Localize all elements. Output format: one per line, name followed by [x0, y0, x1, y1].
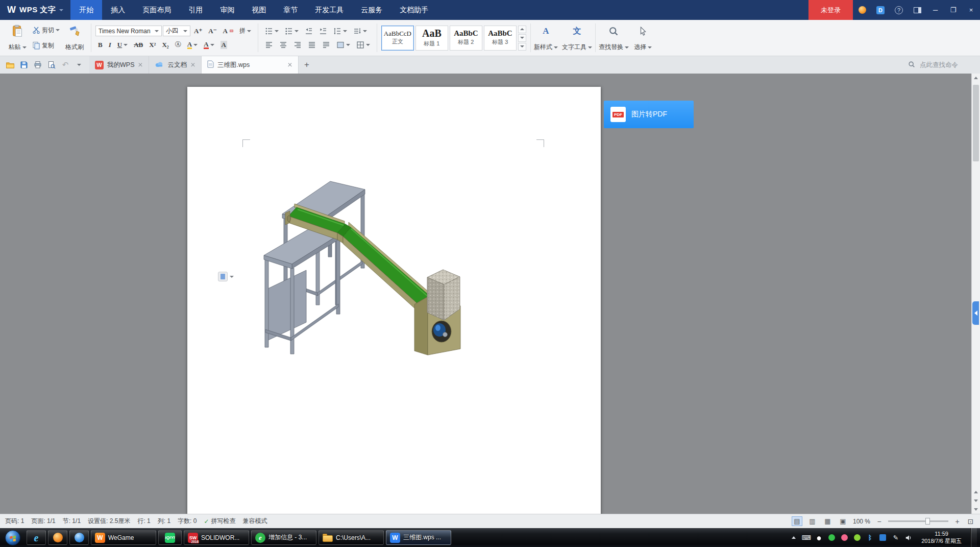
menu-tab-home[interactable]: 开始: [70, 0, 102, 20]
menu-tab-section[interactable]: 章节: [275, 0, 306, 20]
scroll-down-arrow[interactable]: [972, 496, 980, 505]
taskbar-wps-window-button[interactable]: W 三维图.wps ...: [386, 530, 451, 545]
find-replace-button[interactable]: 查找替换: [597, 22, 631, 53]
status-word-count[interactable]: 字数: 0: [178, 517, 197, 526]
style-normal[interactable]: AaBbCcD 正文: [381, 26, 414, 51]
zoom-out-button[interactable]: −: [875, 517, 884, 526]
view-web-layout-button[interactable]: ▦: [822, 516, 833, 526]
document-page[interactable]: [187, 87, 601, 514]
grow-font-button[interactable]: A⁺: [191, 26, 205, 37]
taskbar-iqiyi-button[interactable]: iQIYI: [158, 530, 182, 545]
taskbar-clock[interactable]: 11:59 2018/7/6 星期五: [917, 531, 966, 544]
print-preview-button[interactable]: [45, 59, 58, 71]
maximize-button[interactable]: ❐: [944, 0, 962, 20]
taskbar-firefox-button[interactable]: [48, 530, 67, 545]
print-button[interactable]: [32, 59, 44, 71]
zoom-in-button[interactable]: +: [953, 517, 962, 526]
borders-button[interactable]: [354, 39, 373, 51]
close-button[interactable]: ×: [962, 0, 980, 20]
view-outline-button[interactable]: ▣: [838, 516, 848, 526]
taskbar-browser-window-button[interactable]: e 增加信息 - 3...: [251, 530, 316, 545]
floating-page-widget[interactable]: [218, 272, 234, 281]
enclosed-char-button[interactable]: Ⓐ: [173, 39, 184, 51]
pen-input-icon[interactable]: ✎: [891, 533, 900, 542]
menu-tab-references[interactable]: 引用: [180, 0, 211, 20]
shrink-font-button[interactable]: A⁻: [206, 26, 219, 37]
minimize-button[interactable]: ─: [926, 0, 944, 20]
next-page-button[interactable]: [972, 505, 980, 514]
style-heading-2[interactable]: AaBbC 标题 2: [450, 26, 482, 51]
fit-page-button[interactable]: ⊡: [966, 517, 975, 526]
scrollbar-thumb[interactable]: [973, 85, 979, 161]
text-direction-button[interactable]: [351, 26, 370, 37]
style-heading-1[interactable]: AaB 标题 1: [415, 26, 448, 51]
zoom-percentage[interactable]: 100 %: [853, 518, 870, 525]
taskbar-wegame-button[interactable]: W WeGame: [91, 530, 156, 545]
bold-button[interactable]: B: [95, 39, 105, 51]
strikethrough-button[interactable]: AB: [131, 39, 145, 51]
menu-tab-insert[interactable]: 插入: [102, 0, 134, 20]
distribute-button[interactable]: [320, 39, 333, 51]
tray-app-green-icon[interactable]: [827, 533, 836, 542]
copy-button[interactable]: 复制: [30, 40, 62, 51]
command-search-input[interactable]: [919, 61, 974, 69]
spell-check-button[interactable]: ✓ 拼写检查: [204, 517, 235, 526]
cut-button[interactable]: 剪切: [30, 25, 62, 36]
italic-button[interactable]: I: [106, 39, 114, 51]
tab-document-3d[interactable]: 三维图.wps: [202, 56, 299, 74]
line-spacing-button[interactable]: [331, 26, 350, 37]
zoom-slider[interactable]: [888, 520, 948, 522]
taskbar-browser360-button[interactable]: [69, 530, 89, 545]
tray-show-hidden-icons[interactable]: [789, 533, 798, 542]
show-desktop-button[interactable]: [970, 528, 977, 547]
start-button[interactable]: [1, 528, 24, 547]
tab-cloud-docs[interactable]: 云文档: [149, 56, 202, 74]
qq-icon[interactable]: [815, 533, 823, 542]
close-tab-icon[interactable]: [287, 62, 292, 67]
font-family-combo[interactable]: Times New Roman: [95, 26, 162, 36]
styles-more-button[interactable]: [518, 43, 526, 51]
select-button[interactable]: 选择: [631, 22, 655, 53]
font-color-button[interactable]: A: [201, 39, 216, 51]
taskbar-explorer-window-button[interactable]: C:\Users\A...: [318, 530, 384, 545]
menu-tab-cloud[interactable]: 云服务: [352, 0, 391, 20]
new-style-button[interactable]: A 新样式: [532, 22, 560, 53]
styles-scroll-down[interactable]: [518, 34, 526, 42]
image-to-pdf-button[interactable]: PDF 图片转PDF: [604, 101, 694, 128]
view-page-layout-button[interactable]: ▤: [792, 516, 802, 526]
align-right-button[interactable]: [291, 39, 304, 51]
redo-dropdown-button[interactable]: [73, 59, 85, 71]
save-button[interactable]: [18, 59, 30, 71]
touch-keyboard-icon[interactable]: ⌨: [802, 533, 811, 542]
view-fullscreen-button[interactable]: ▥: [807, 516, 818, 526]
text-tools-button[interactable]: 文 文字工具: [560, 22, 594, 53]
menu-tab-assistant[interactable]: 文档助手: [391, 0, 437, 20]
align-center-button[interactable]: [277, 39, 290, 51]
justify-button[interactable]: [305, 39, 318, 51]
embedded-3d-conveyor-image[interactable]: [217, 171, 472, 360]
vertical-scrollbar[interactable]: [971, 74, 980, 514]
menu-tab-view[interactable]: 视图: [243, 0, 275, 20]
clear-format-button[interactable]: A: [220, 26, 236, 37]
login-button[interactable]: 未登录: [808, 0, 853, 20]
previous-page-button[interactable]: [972, 488, 980, 496]
menu-tab-developer[interactable]: 开发工具: [306, 0, 352, 20]
app-logo[interactable]: W WPS 文字: [0, 0, 70, 20]
docer-icon[interactable]: D: [871, 0, 890, 20]
member-center-icon[interactable]: [853, 0, 871, 20]
new-tab-button[interactable]: +: [299, 56, 315, 74]
char-shading-button[interactable]: A: [218, 39, 230, 51]
font-size-combo[interactable]: 小四: [163, 26, 190, 36]
styles-scroll-up[interactable]: [518, 26, 526, 33]
tab-my-wps[interactable]: W 我的WPS: [89, 56, 149, 74]
bluetooth-icon[interactable]: ᛒ: [866, 533, 874, 542]
format-painter-button[interactable]: 格式刷: [62, 22, 87, 53]
task-pane-collapse-button[interactable]: [972, 301, 979, 325]
open-folder-button[interactable]: [4, 59, 16, 71]
menu-tab-review[interactable]: 审阅: [211, 0, 243, 20]
task-pane-toggle-icon[interactable]: [908, 0, 926, 20]
taskbar-solidworks-button[interactable]: SW2016 SOLIDWOR...: [184, 530, 249, 545]
numbered-list-button[interactable]: [282, 26, 301, 37]
tray-app-lightgreen-icon[interactable]: [853, 533, 862, 542]
underline-button[interactable]: U: [115, 39, 130, 51]
